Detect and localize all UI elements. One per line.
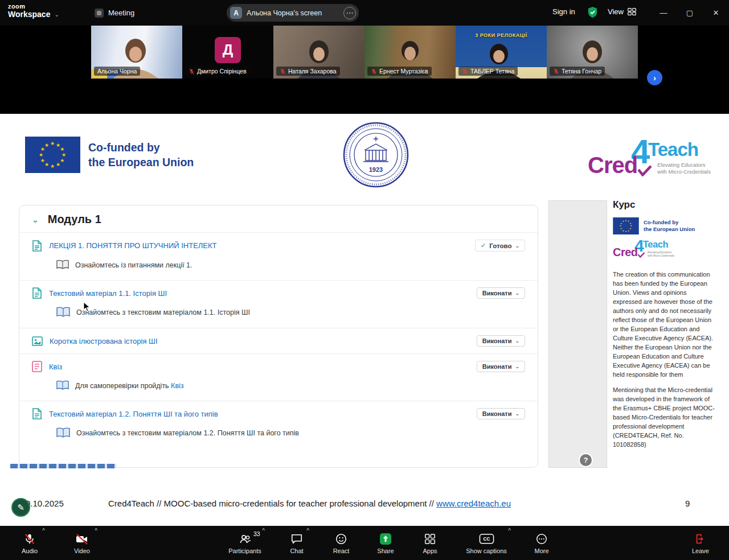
eu-funding-line2: the European Union [644,226,695,233]
next-participants-button[interactable]: › [647,70,662,85]
quiz-icon [32,361,42,372]
annotation-pencil-button[interactable]: ✎ [11,498,30,517]
footer-project-text: Cred4Teach // MOOC-based micro-credentia… [108,499,436,508]
video-tile-natalia[interactable]: Наталя Захарова [273,26,364,79]
smiley-icon [335,532,347,546]
view-button[interactable]: View [608,7,636,16]
video-strip: Альона Чорна Д Дмитро Спірінцев Наталя З… [0,26,729,114]
cred4teach-link[interactable]: www.cred4teach.eu [436,499,511,508]
participant-name: Тетяна Гончар [562,68,601,75]
zoom-toolbar: ^ Audio ^ Video [0,526,729,560]
eu-flag-icon [613,217,639,234]
apps-button[interactable]: Apps [412,526,448,560]
activity-link[interactable]: Коротка ілюстрована історія ШІ [50,337,158,345]
eu-cofunded-logo-small: Co-funded by the European Union [613,217,716,234]
activity-row: Квіз Виконати ⌄ Для самоперевірки пройді… [19,354,538,401]
logo-teach: Teach [648,139,698,160]
participant-name-tag: Тетяна Гончар [550,67,605,76]
sign-in-button[interactable]: Sign in [552,7,575,16]
minimize-button[interactable]: — [650,0,677,26]
participant-name: ТАБЛЕР Тетяна [470,68,514,75]
quiz-inline-link[interactable]: Квіз [171,382,183,390]
chat-options-chevron[interactable]: ^ [306,528,309,534]
logo-tagline2: with Micro-Credentials [657,168,711,175]
tab-meeting[interactable]: Meeting [95,0,134,26]
share-button[interactable]: Share [368,526,403,560]
video-tile-ernest[interactable]: Ернест Муртазієв [364,26,456,79]
dropdown-chevron-icon: ⌄ [515,338,519,344]
logo-check-icon [637,165,653,176]
captions-options-chevron[interactable]: ^ [508,528,511,534]
slide-date: 0.10.2025 [26,499,64,508]
open-book-icon [56,427,71,439]
workspace-menu[interactable]: zoom Workspace ⌄ [8,3,59,19]
more-button[interactable]: More [525,526,558,560]
participant-name: Наталя Захарова [288,68,337,75]
project-mention: Mentioning that the Micro-credential was… [613,385,716,449]
video-tile-tabler[interactable]: 3 РОКИ РЕЛОКАЦІЇ ТАБЛЕР Тетяна [456,26,547,79]
help-button[interactable]: ? [579,453,593,467]
shared-screen: Co-funded by the European Union 1923 Tea… [0,114,729,526]
meeting-label: Meeting [108,9,134,17]
activity-link[interactable]: Текстовий матеріал 1.1. Історія ШІ [49,289,167,298]
mark-done-button[interactable]: Виконати ⌄ [477,287,525,299]
close-button[interactable]: ✕ [703,0,729,26]
participants-icon: 33 [238,532,252,546]
mark-done-button[interactable]: Виконати ⌄ [477,335,525,347]
image-activity-icon [32,336,43,347]
dropdown-chevron-icon: ⌄ [515,364,519,369]
collapse-chevron-icon[interactable]: ⌄ [32,215,39,224]
collapsed-drawer-panel[interactable]: ? [548,200,607,468]
participants-count: 33 [253,530,260,537]
participant-name-tag: Дмитро Спірінцев [185,67,250,76]
lesson-icon [32,240,42,252]
video-button[interactable]: ^ Video [62,526,103,560]
maximize-button[interactable]: ▢ [677,0,703,26]
logo-teach: Teach [643,239,668,250]
muted-mic-icon [23,532,36,546]
activity-link[interactable]: ЛЕКЦІЯ 1. ПОНЯТТЯ ПРО ШТУЧНИЙ ІНТЕЛЕКТ [49,241,217,250]
status-label: Готово [489,242,511,249]
video-tile-tetiana[interactable]: Тетяна Гончар [547,26,638,79]
action-label: Виконати [482,337,512,344]
activity-description: Для самоперевірки пройдіть [75,382,171,390]
action-label: Виконати [482,410,512,417]
activity-link[interactable]: Текстовий матеріал 1.2. Поняття ШІ та йо… [49,410,218,418]
chat-button[interactable]: ^ Chat [279,526,314,560]
captions-button[interactable]: ^ CC Show captions [457,526,516,560]
video-tile-alona[interactable]: Альона Чорна [91,26,182,79]
logo-tagline2: with Micro-Credentials [648,254,674,257]
audio-options-chevron[interactable]: ^ [42,528,45,534]
logo-cred: Cred [588,153,637,178]
shared-screen-pill[interactable]: A Альона Чорна's screen ⋯ [227,4,359,22]
leave-button[interactable]: Leave [680,526,721,560]
mark-done-button[interactable]: Виконати ⌄ [477,361,525,372]
react-label: React [333,547,350,554]
meeting-icon [95,9,104,18]
action-label: Виконати [482,290,512,297]
activity-row: ЛЕКЦІЯ 1. ПОНЯТТЯ ПРО ШТУЧНИЙ ІНТЕЛЕКТ ✓… [19,233,538,281]
captions-label: Show captions [466,547,507,554]
open-book-icon [56,260,69,270]
video-options-chevron[interactable]: ^ [95,528,97,534]
participants-options-chevron[interactable]: ^ [262,528,265,534]
more-options-icon[interactable]: ⋯ [343,7,356,19]
completion-status-button[interactable]: ✓ Готово ⌄ [475,240,525,252]
security-shield-icon[interactable] [587,6,598,18]
audio-button[interactable]: ^ Audio [9,526,50,560]
seal-year: 1923 [369,166,383,173]
participant-name-tag: Альона Чорна [94,67,140,76]
muted-mic-icon [280,68,286,75]
svg-text:CC: CC [483,537,490,542]
mark-done-button[interactable]: Виконати ⌄ [477,408,525,419]
react-button[interactable]: React [323,526,359,560]
chevron-down-icon: ⌄ [54,11,59,18]
slide-footer-text: Cred4Teach // MOOC-based micro-credentia… [108,499,511,508]
activity-description: Ознайомтесь з текстовим матеріалом 1.1. … [76,308,250,316]
video-tile-dmytro[interactable]: Д Дмитро Спірінцев [182,26,273,79]
workspace-label: Workspace [8,10,50,19]
module-title: Модуль 1 [48,213,101,226]
participants-button[interactable]: ^ 33 Participants [220,526,270,560]
check-icon: ✓ [481,242,486,249]
activity-link[interactable]: Квіз [49,363,62,371]
